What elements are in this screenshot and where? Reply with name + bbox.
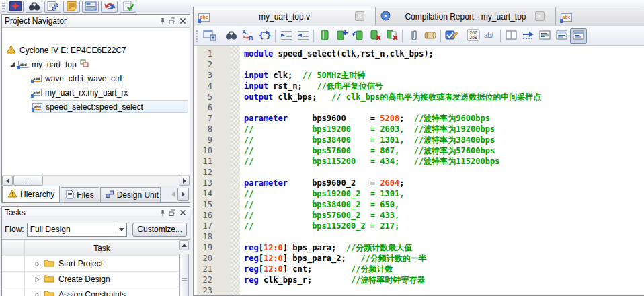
tree-item[interactable]: abdwave_ctrl:i_wave_ctrl bbox=[2, 71, 190, 85]
tab-scroll-left-icon[interactable] bbox=[169, 188, 177, 200]
pin-icon[interactable] bbox=[158, 209, 167, 217]
text-editor-icon bbox=[46, 1, 60, 13]
refresh-compile-icon bbox=[103, 1, 116, 13]
float-window-icon[interactable] bbox=[168, 17, 177, 26]
navigator-tab-bar: HierarchyFilesDesign Unit bbox=[2, 186, 190, 202]
scroll-left-button[interactable] bbox=[2, 176, 13, 186]
bookmark-add-button[interactable] bbox=[333, 28, 350, 44]
line-number: 10 bbox=[194, 145, 231, 156]
report-button[interactable] bbox=[82, 1, 99, 13]
comment-toggle-button[interactable]: ab/ bbox=[481, 28, 498, 44]
line-number: 20 bbox=[194, 253, 231, 264]
find-button[interactable] bbox=[223, 28, 239, 44]
code-editor[interactable]: 1module speed_select(clk,rst_n,clk_bps);… bbox=[194, 46, 644, 295]
tab-label: Design Unit bbox=[117, 190, 159, 200]
customize-button[interactable]: Customize... bbox=[132, 223, 187, 237]
tab-close-button[interactable]: × bbox=[355, 11, 364, 21]
paperclip-button[interactable] bbox=[405, 28, 421, 44]
expand-arrow-icon[interactable] bbox=[30, 261, 44, 267]
code-line: 8// bps19200 = 2603, //波特率为19200bps bbox=[194, 124, 644, 135]
editor-tab[interactable]: abcwave bbox=[556, 7, 644, 26]
spell-check-button[interactable] bbox=[443, 28, 460, 44]
editor-tab[interactable]: Compilation Report - my_uart_top× bbox=[376, 7, 556, 26]
tree-item[interactable]: abdspeed_select:speed_select bbox=[2, 100, 190, 114]
bookmark-remove-button[interactable] bbox=[366, 28, 383, 44]
expand-arrow-icon[interactable] bbox=[30, 276, 44, 283]
project-navigator-title: Project Navigator bbox=[5, 16, 157, 26]
folder-icon bbox=[44, 289, 54, 296]
tab-files[interactable]: Files bbox=[61, 187, 99, 202]
line-number: 11 bbox=[194, 156, 231, 167]
task-vscrollbar[interactable] bbox=[179, 240, 190, 296]
verify-check-button[interactable] bbox=[120, 1, 136, 13]
editor-tab[interactable]: abcmy_uart_top.v× bbox=[194, 7, 376, 26]
task-rows: Start ProjectCreate DesignAssign Constra… bbox=[2, 256, 179, 296]
tcl-script-button[interactable] bbox=[421, 28, 438, 44]
notes-icon bbox=[65, 1, 79, 13]
line-number: 18 bbox=[194, 231, 231, 242]
find-project-button[interactable] bbox=[26, 1, 42, 13]
tab-hierarchy[interactable]: Hierarchy bbox=[2, 186, 60, 202]
task-folder-row[interactable]: Create Design bbox=[2, 272, 179, 287]
task-folder-row[interactable]: Assign Constraints bbox=[2, 287, 179, 296]
flow-dropdown[interactable]: Full Design bbox=[27, 223, 128, 237]
unindent-button[interactable] bbox=[294, 28, 311, 44]
tree-hscrollbar[interactable] bbox=[2, 175, 190, 186]
code-line: 18 bbox=[194, 231, 644, 242]
bookmark-remove-all-button[interactable] bbox=[383, 28, 400, 44]
pin-icon[interactable] bbox=[158, 17, 167, 26]
notes-button[interactable] bbox=[63, 1, 80, 13]
bookmark-toggle-button[interactable] bbox=[316, 28, 333, 44]
line-number: 7 bbox=[194, 113, 231, 124]
toolbar-grip[interactable] bbox=[2, 1, 5, 12]
chevron-down-icon bbox=[116, 223, 126, 236]
task-table-header: Task bbox=[2, 240, 179, 256]
task-folder-row[interactable]: Start Project bbox=[2, 256, 179, 272]
tree-item-label: wave_ctrl:i_wave_ctrl bbox=[45, 74, 122, 83]
replace-button[interactable]: AB bbox=[239, 28, 256, 44]
hscroll-thumb[interactable] bbox=[13, 176, 43, 186]
float-window-icon[interactable] bbox=[168, 209, 177, 217]
tab-close-button[interactable]: × bbox=[535, 11, 545, 21]
goto-line-button[interactable]: 267268 bbox=[465, 28, 481, 44]
indent-button[interactable] bbox=[278, 28, 294, 44]
tab-scroll-right-button[interactable] bbox=[177, 188, 189, 201]
outline-panel-button[interactable] bbox=[570, 28, 587, 44]
close-icon[interactable] bbox=[178, 209, 187, 217]
task-label: Start Project bbox=[58, 259, 103, 268]
tree-item[interactable]: abdmy_uart_rx:my_uart_rx bbox=[2, 85, 190, 100]
assignment-star-button[interactable] bbox=[7, 1, 24, 13]
code-line: 21reg[12:0] cnt; //分频计数 bbox=[194, 264, 644, 274]
outline-list-button[interactable] bbox=[536, 28, 553, 44]
match-brace-button[interactable]: {} bbox=[256, 28, 273, 44]
tree-item[interactable]: Cyclone IV E: EP4CE6E22C7 bbox=[2, 43, 190, 57]
expand-arrow-icon[interactable] bbox=[30, 292, 44, 296]
folder-icon bbox=[44, 258, 54, 269]
split-window-button[interactable] bbox=[503, 28, 520, 44]
toolbar-grip[interactable] bbox=[196, 29, 198, 42]
refresh-compile-button[interactable] bbox=[101, 1, 118, 13]
outline-fold-button[interactable] bbox=[553, 28, 570, 44]
goto-arrow-button[interactable] bbox=[520, 28, 536, 44]
folder-icon bbox=[44, 274, 54, 285]
insert-template-button[interactable] bbox=[201, 28, 218, 44]
tab-design-unit[interactable]: Design Unit bbox=[100, 187, 161, 202]
scroll-right-button[interactable] bbox=[179, 176, 190, 186]
line-number: 12 bbox=[194, 167, 231, 178]
assignment-star-icon bbox=[9, 1, 22, 13]
bookmark-prev-button[interactable] bbox=[350, 28, 366, 44]
task-label: Assign Constraints bbox=[58, 290, 126, 296]
svg-text:267: 267 bbox=[469, 30, 477, 35]
tree-item[interactable]: abdmy_uart_top bbox=[2, 57, 190, 71]
expand-arrow-icon[interactable] bbox=[7, 61, 17, 67]
editor-tab-label: Compilation Report - my_uart_top bbox=[376, 12, 555, 22]
designunit-icon bbox=[106, 190, 114, 200]
scroll-up-button[interactable] bbox=[179, 240, 189, 250]
vscroll-thumb[interactable] bbox=[179, 254, 189, 296]
verilog-file-icon: abc bbox=[561, 11, 572, 22]
code-line: 4input rst_n; //低电平复位信号 bbox=[194, 81, 644, 91]
close-icon[interactable] bbox=[178, 17, 187, 26]
bookmark-toggle-icon bbox=[318, 29, 331, 43]
line-number: 2 bbox=[194, 59, 231, 70]
text-editor-button[interactable] bbox=[44, 1, 61, 13]
